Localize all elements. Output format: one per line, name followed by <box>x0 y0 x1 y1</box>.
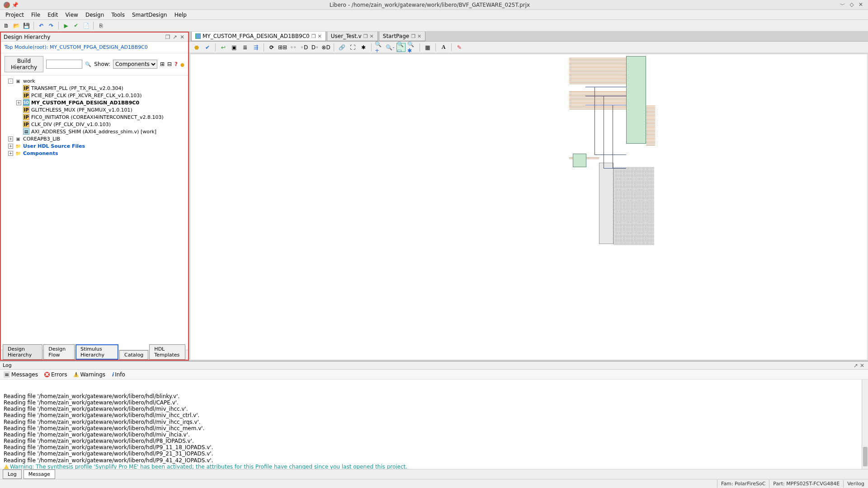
undo-icon[interactable] <box>37 21 46 30</box>
component-icon[interactable]: ▣ <box>230 43 239 52</box>
tree-toggle-icon[interactable]: + <box>8 136 13 141</box>
bus-icon[interactable]: ◦D <box>300 43 309 52</box>
link-icon[interactable]: 🔗 <box>337 43 346 52</box>
tree-row[interactable]: IPCLK_DIV (PF_CLK_DIV_v1.0.103) <box>3 121 186 128</box>
filter-info[interactable]: Info <box>112 371 125 378</box>
tab-restore-icon[interactable]: ❐ <box>363 33 368 39</box>
tree-toggle-icon[interactable]: + <box>16 100 21 105</box>
tree-row[interactable]: +▣COREAPB3_LIB <box>3 135 186 142</box>
show-select[interactable]: Components <box>113 60 157 69</box>
menu-project[interactable]: Project <box>2 10 28 19</box>
canvas-tab-label: User_Test.v <box>331 33 362 39</box>
diffport-icon[interactable]: ⊗D <box>321 43 330 52</box>
tab-close-icon[interactable]: ✕ <box>417 33 421 39</box>
build-hierarchy-button[interactable]: Build Hierarchy <box>5 56 43 72</box>
menu-file[interactable]: File <box>28 10 44 19</box>
report-icon[interactable] <box>81 21 90 30</box>
redo-icon[interactable] <box>47 21 56 30</box>
refresh-icon[interactable] <box>267 43 276 52</box>
minimize-button[interactable]: ﹀ <box>839 1 846 9</box>
tab-design-hierarchy[interactable]: Design Hierarchy <box>3 344 42 360</box>
collapse-all-icon[interactable] <box>167 61 172 67</box>
open-icon[interactable] <box>12 21 21 30</box>
menu-tools[interactable]: Tools <box>108 10 128 19</box>
tree-row[interactable]: IPTRANSMIT_PLL (PF_TX_PLL_v2.0.304) <box>3 84 186 92</box>
zoom-region-icon[interactable]: 🔍▭ <box>396 43 406 52</box>
log-tabs: Log Message <box>0 469 868 479</box>
hierarchy-tree[interactable]: -▣workIPTRANSMIT_PLL (PF_TX_PLL_v2.0.304… <box>1 75 188 350</box>
tab-design-flow[interactable]: Design Flow <box>43 344 75 360</box>
run-icon[interactable] <box>61 21 71 30</box>
panel-restore-icon[interactable]: ❐ <box>165 34 171 40</box>
tree-row[interactable]: -▣work <box>3 77 186 84</box>
filter-messages[interactable]: Messages <box>4 371 38 378</box>
menu-help[interactable]: Help <box>171 10 190 19</box>
tab-catalog[interactable]: Catalog <box>119 350 148 360</box>
log-scrollbar[interactable] <box>862 380 868 469</box>
tab-hdl-templates[interactable]: HDL Templates <box>149 344 185 360</box>
log-close-icon[interactable]: ✕ <box>859 362 865 369</box>
net-icon[interactable]: ◦◦ <box>289 43 298 52</box>
text-icon[interactable] <box>439 43 448 52</box>
save-icon[interactable] <box>22 21 31 30</box>
fit-icon[interactable] <box>348 43 357 52</box>
filter-icon[interactable] <box>180 61 184 67</box>
help-icon[interactable] <box>175 61 178 67</box>
panel-close-icon[interactable]: ✕ <box>179 34 185 40</box>
new-icon[interactable] <box>2 21 11 30</box>
menu-design[interactable]: Design <box>82 10 108 19</box>
canvas-tab-design[interactable]: MY_CUSTOM_FPGA_DESIGN_AD1BB9C0 ❐ ✕ <box>191 32 326 41</box>
maximize-button[interactable]: ◇ <box>848 1 855 9</box>
autoconnect-icon[interactable]: ⊞⊞ <box>278 43 287 52</box>
tree-row[interactable]: ▤AXI_ADDRESS_SHIM (AXI4_address_shim.v) … <box>3 128 186 135</box>
tree-toggle-icon[interactable]: + <box>8 144 13 149</box>
tree-row[interactable]: +📁User HDL Source Files <box>3 142 186 150</box>
sd-icon: SD <box>23 99 29 106</box>
hierarchy-search-input[interactable] <box>46 60 82 69</box>
schematic-canvas[interactable] <box>190 54 868 360</box>
log-tab-message[interactable]: Message <box>24 469 55 479</box>
ports-icon[interactable]: ⇶ <box>251 43 260 52</box>
validate-icon[interactable]: ✔ <box>203 43 212 52</box>
log-text-area[interactable]: Reading file '/home/zain_work/gateware/w… <box>0 380 868 469</box>
tree-row[interactable]: +SDMY_CUSTOM_FPGA_DESIGN_AD1BB9C0 <box>3 99 186 106</box>
search-icon[interactable] <box>85 61 91 67</box>
tab-restore-icon[interactable]: ❐ <box>411 33 415 39</box>
tree-row[interactable]: IPFIC0_INITIATOR (COREAXI4INTERCONNECT_v… <box>3 113 186 121</box>
close-button[interactable]: ✕ <box>857 1 864 9</box>
collapse-icon[interactable]: ✱ <box>359 43 368 52</box>
tab-close-icon[interactable]: ✕ <box>370 33 374 39</box>
pin-icon[interactable]: 📌 <box>12 2 19 8</box>
tree-row[interactable]: IPPCIE_REF_CLK (PF_XCVR_REF_CLK_v1.0.103… <box>3 92 186 99</box>
delete-icon[interactable]: ✎ <box>455 43 464 52</box>
launch-icon[interactable] <box>96 21 105 30</box>
tree-row[interactable]: +📁Components <box>3 150 186 157</box>
tab-stimulus-hierarchy[interactable]: Stimulus Hierarchy <box>75 344 118 360</box>
tab-restore-icon[interactable]: ❐ <box>311 33 316 39</box>
port-icon[interactable]: D◦ <box>311 43 320 52</box>
tree-toggle-icon[interactable]: - <box>8 79 13 84</box>
tab-close-icon[interactable]: ✕ <box>318 33 322 39</box>
log-tab-log[interactable]: Log <box>3 469 22 479</box>
panel-undock-icon[interactable]: ↗ <box>172 34 178 40</box>
expand-all-icon[interactable] <box>160 61 165 67</box>
filter-warnings[interactable]: Warnings <box>73 371 105 378</box>
check-icon[interactable] <box>71 21 80 30</box>
tree-row[interactable]: IPGLITCHLESS_MUX (PF_NGMUX_v1.0.101) <box>3 106 186 113</box>
log-undock-icon[interactable]: ↗ <box>853 362 859 369</box>
zoom-fit-icon[interactable]: 🔍✱ <box>407 43 416 52</box>
zoom-out-icon[interactable]: 🔍- <box>386 43 395 52</box>
tree-toggle-icon[interactable]: + <box>8 151 13 156</box>
grid-icon[interactable] <box>423 43 432 52</box>
canvas-tab-usertest[interactable]: User_Test.v ❐ ✕ <box>327 32 378 41</box>
hierarchy-icon[interactable]: ≣ <box>241 43 250 52</box>
back-icon[interactable]: ↩ <box>219 43 228 52</box>
canvas-tab-startpage[interactable]: StartPage ❐ ✕ <box>379 32 425 41</box>
zoom-in-icon[interactable]: 🔍+ <box>375 43 384 52</box>
generate-icon[interactable]: ⬣ <box>192 43 201 52</box>
menu-smartdesign[interactable]: SmartDesign <box>128 10 171 19</box>
workspace: Design Hierarchy ❐ ↗ ✕ Top Module(root):… <box>0 32 868 361</box>
filter-errors[interactable]: Errors <box>44 371 67 378</box>
menu-edit[interactable]: Edit <box>44 10 61 19</box>
menu-view[interactable]: View <box>61 10 81 19</box>
